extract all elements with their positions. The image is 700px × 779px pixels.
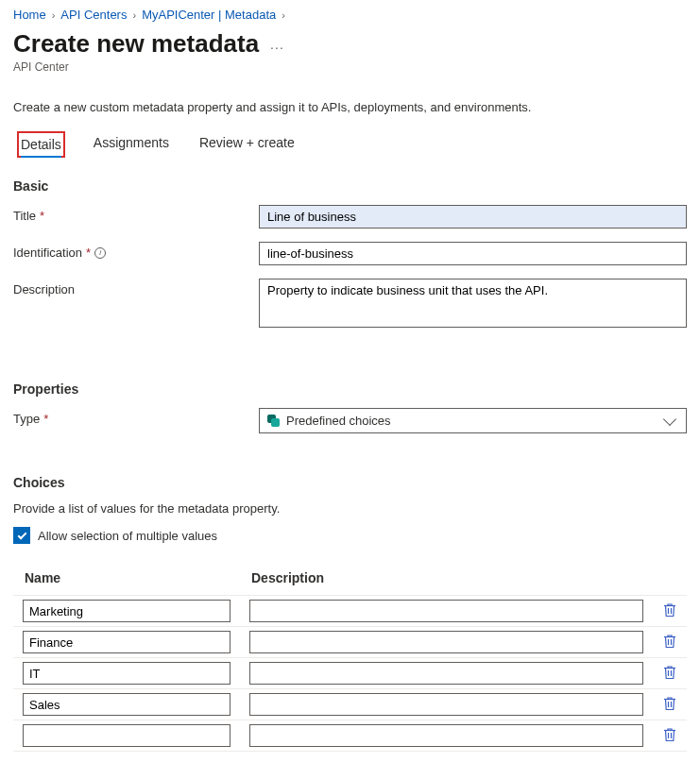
type-value: Predefined choices [286,414,391,428]
label-title: Title* [13,205,259,223]
choice-desc-input[interactable] [249,662,643,685]
page-title: Create new metadata [13,29,259,59]
label-description: Description [13,279,259,296]
choices-table: Name Description [13,565,687,752]
choice-desc-input[interactable] [249,600,643,622]
intro-text: Create a new custom metadata property an… [13,100,687,114]
table-row [13,720,687,752]
more-icon[interactable]: ··· [270,34,284,55]
trash-icon[interactable] [663,727,676,742]
choice-name-input[interactable] [23,631,230,653]
label-identification: Identification* i [13,242,259,260]
table-row [13,596,687,627]
choice-desc-input[interactable] [249,724,643,747]
choice-name-input[interactable] [23,662,230,685]
choice-name-input[interactable] [23,600,230,622]
label-type: Type* [13,408,259,426]
col-desc: Description [240,565,653,596]
identification-input[interactable] [259,242,687,265]
tab-review[interactable]: Review + create [197,131,297,158]
chevron-right-icon: › [52,9,56,21]
trash-icon[interactable] [663,602,676,618]
chevron-down-icon [663,412,676,425]
required-indicator: * [86,246,91,260]
trash-icon[interactable] [663,696,676,711]
choices-icon [267,415,281,428]
chevron-right-icon: › [132,9,136,21]
choices-intro: Provide a list of values for the metadat… [13,501,687,516]
table-row [13,689,687,720]
info-icon[interactable]: i [94,247,106,259]
table-row [13,627,687,658]
page-subtitle: API Center [13,60,687,74]
tab-bar: Details Assignments Review + create [13,131,687,158]
choice-name-input[interactable] [23,693,230,716]
choice-desc-input[interactable] [249,631,643,653]
choice-name-input[interactable] [23,724,230,747]
breadcrumb-centers[interactable]: API Centers [60,8,127,22]
multi-label: Allow selection of multiple values [38,529,217,543]
section-properties: Properties [13,381,687,397]
tab-assignments[interactable]: Assignments [92,131,171,158]
multi-checkbox[interactable] [13,527,30,544]
table-row [13,658,687,689]
chevron-right-icon: › [282,9,285,21]
tab-details[interactable]: Details [17,131,65,158]
required-indicator: * [40,209,44,223]
breadcrumb: Home › API Centers › MyAPICenter | Metad… [13,8,687,22]
breadcrumb-home[interactable]: Home [13,8,46,22]
trash-icon[interactable] [663,634,676,649]
type-select[interactable]: Predefined choices [259,408,687,433]
section-basic: Basic [13,178,687,194]
title-input[interactable] [259,205,687,229]
description-input[interactable] [259,279,687,328]
required-indicator: * [43,412,48,426]
breadcrumb-current[interactable]: MyAPICenter | Metadata [142,8,276,22]
section-choices: Choices [13,475,687,490]
check-icon [17,530,26,539]
choice-desc-input[interactable] [249,693,643,716]
col-name: Name [13,565,240,596]
trash-icon[interactable] [663,665,676,680]
